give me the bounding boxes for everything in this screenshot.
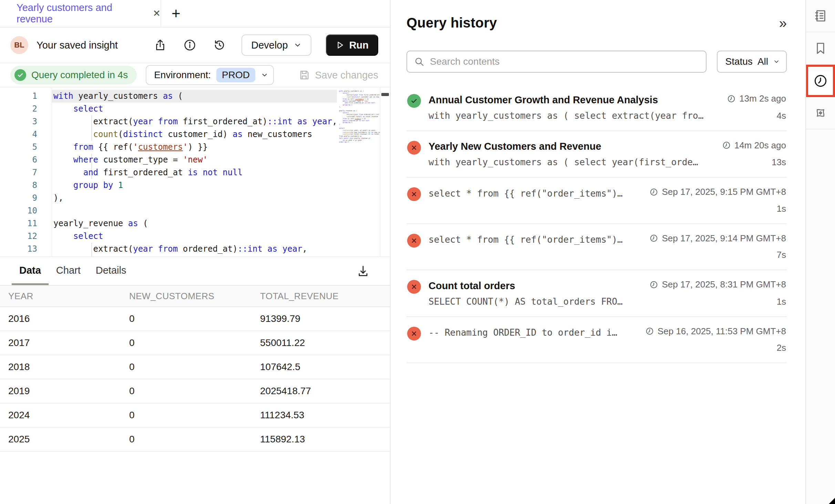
scrollbar-thumb[interactable] (381, 93, 389, 96)
history-item[interactable]: select * from {{ ref("order_items")…Sep … (406, 224, 787, 271)
code-line[interactable]: 9), (0, 192, 390, 204)
code-line[interactable]: 7 and first_ordered_at is not null (0, 166, 390, 179)
environment-label: Environment: (154, 70, 211, 81)
code-text: and first_ordered_at is not null (52, 166, 243, 179)
query-history-header: Query history » (406, 15, 787, 31)
history-item[interactable]: Annual Customer Growth and Revenue Analy… (406, 84, 787, 131)
history-item[interactable]: -- Renaming ORDER_ID to order_id i…Sep 1… (406, 317, 787, 364)
develop-button[interactable]: Develop (241, 34, 311, 56)
results-table: YEARNEW_CUSTOMERSTOTAL_REVENUE 201609139… (0, 285, 390, 452)
table-cell: 0 (129, 403, 260, 427)
environment-dropdown[interactable]: Environment: PROD (146, 65, 274, 85)
line-number: 7 (0, 166, 52, 179)
code-line[interactable]: 6 where customer_type = 'new' (0, 154, 390, 166)
code-line[interactable]: 10 (0, 204, 390, 217)
query-status-badge: Query completed in 4s (10, 66, 137, 84)
notebook-icon[interactable] (806, 0, 835, 32)
table-cell: 2017 (0, 331, 129, 355)
document-header: BL Your saved insight (0, 28, 390, 63)
status-filter-dropdown[interactable]: Status All (717, 51, 787, 73)
query-history-clock-icon[interactable] (806, 65, 835, 97)
table-cell: 0 (129, 331, 260, 355)
table-cell: 2025418.77 (260, 379, 390, 403)
history-item-time: Sep 16, 2025, 11:53 PM GMT+8 (645, 326, 786, 337)
results-tab-data[interactable]: Data (12, 257, 49, 285)
line-number: 2 (0, 103, 52, 115)
code-line[interactable]: 8 group by 1 (0, 179, 390, 192)
history-item[interactable]: Count total ordersSep 17, 2025, 8:31 PM … (406, 270, 787, 317)
code-line[interactable]: 5 from {{ ref('customers') }} (0, 141, 390, 154)
history-item-title: Count total orders (429, 280, 642, 292)
code-line[interactable]: 12 select (0, 230, 390, 243)
history-item-title: Annual Customer Growth and Revenue Analy… (429, 94, 720, 106)
code-text: count(distinct customer_id) as new_custo… (52, 128, 312, 141)
info-icon[interactable] (182, 38, 197, 53)
history-item-snippet: SELECT COUNT(*) AS total_orders FRO… (429, 296, 770, 307)
history-item-time: 13m 2s ago (727, 93, 786, 104)
code-line[interactable]: 11yearly_revenue as ( (0, 217, 390, 230)
download-icon[interactable] (355, 264, 371, 279)
search-input[interactable] (430, 56, 699, 67)
results-tab-chart[interactable]: Chart (49, 257, 88, 285)
line-number: 14 (0, 255, 52, 256)
code-text: extract(year from first_ordered_at)::int… (52, 115, 337, 128)
code-line[interactable]: 1with yearly_customers as ( (0, 90, 390, 103)
code-line[interactable]: 14 sum(order_total) as total_revenue (0, 255, 390, 256)
save-changes-button[interactable]: Save changes (298, 69, 378, 81)
tab-title: Yearly customers and revenue (17, 2, 143, 25)
table-cell: 2018 (0, 355, 129, 379)
editor-minimap[interactable]: with yearly_customers as ( select extrac… (337, 87, 380, 256)
history-item[interactable]: Yearly New Customers and Revenue14m 20s … (406, 131, 787, 178)
code-pane[interactable]: 1with yearly_customers as (2 select3 ext… (0, 90, 390, 256)
dbt-compass-icon[interactable] (806, 97, 835, 129)
history-item-title: select * from {{ ref("order_items")… (429, 234, 642, 245)
code-line[interactable]: 4 count(distinct customer_id) as new_cus… (0, 128, 390, 141)
code-line[interactable]: 13 extract(year from ordered_at)::int as… (0, 243, 390, 255)
line-number: 13 (0, 243, 52, 255)
history-item-duration: 1s (777, 296, 786, 307)
editor-panel: Yearly customers and revenue ✕ + BL Your… (0, 0, 390, 504)
collapse-panel-icon[interactable]: » (779, 16, 787, 30)
status-filter-value: All (757, 56, 768, 67)
code-line[interactable]: 3 extract(year from first_ordered_at)::i… (0, 115, 390, 128)
tab-yearly-customers-and-revenue[interactable]: Yearly customers and revenue ✕ (0, 0, 161, 27)
code-line[interactable]: 2 select (0, 103, 390, 115)
new-tab-button[interactable]: + (161, 0, 181, 27)
search-box[interactable] (406, 51, 707, 73)
editor-scrollbar[interactable] (380, 87, 390, 256)
bookmark-icon[interactable] (806, 32, 835, 65)
play-icon (336, 41, 344, 50)
version-history-icon[interactable] (212, 38, 227, 53)
header-actions: Develop Run (153, 34, 378, 56)
history-item[interactable]: select * from {{ ref("order_items")…Sep … (406, 178, 787, 224)
history-item-snippet: with yearly_customers as ( select year(f… (429, 157, 765, 167)
tab-close-icon[interactable]: ✕ (153, 8, 161, 19)
sql-editor[interactable]: 1with yearly_customers as (2 select3 ext… (0, 87, 390, 256)
status-success-icon (407, 94, 421, 108)
history-item-duration: 4s (777, 111, 786, 121)
history-item-body: Count total ordersSep 17, 2025, 8:31 PM … (429, 279, 786, 308)
save-icon (298, 69, 310, 81)
code-text: select (52, 103, 103, 115)
status-error-icon (407, 234, 421, 248)
status-error-icon (407, 280, 421, 294)
success-check-icon (14, 69, 26, 81)
run-button[interactable]: Run (326, 34, 378, 56)
history-item-time: Sep 17, 2025, 9:14 PM GMT+8 (649, 233, 786, 244)
share-icon[interactable] (153, 38, 168, 53)
minimap-line: order by 1 (339, 141, 380, 143)
results-tab-details[interactable]: Details (88, 257, 134, 285)
line-number: 8 (0, 179, 52, 192)
table-cell: 2024 (0, 403, 129, 427)
column-header: TOTAL_REVENUE (260, 285, 390, 307)
line-number: 6 (0, 154, 52, 166)
table-row: 2016091399.79 (0, 307, 390, 331)
history-item-duration: 13s (772, 157, 786, 168)
column-header: NEW_CUSTOMERS (129, 285, 260, 307)
code-text: extract(year from ordered_at)::int as ye… (52, 243, 307, 255)
table-cell: 2025 (0, 427, 129, 451)
code-text: select (52, 230, 103, 243)
table-cell: 550011.22 (260, 331, 390, 355)
line-number: 5 (0, 141, 52, 154)
chevron-down-icon (773, 58, 780, 65)
